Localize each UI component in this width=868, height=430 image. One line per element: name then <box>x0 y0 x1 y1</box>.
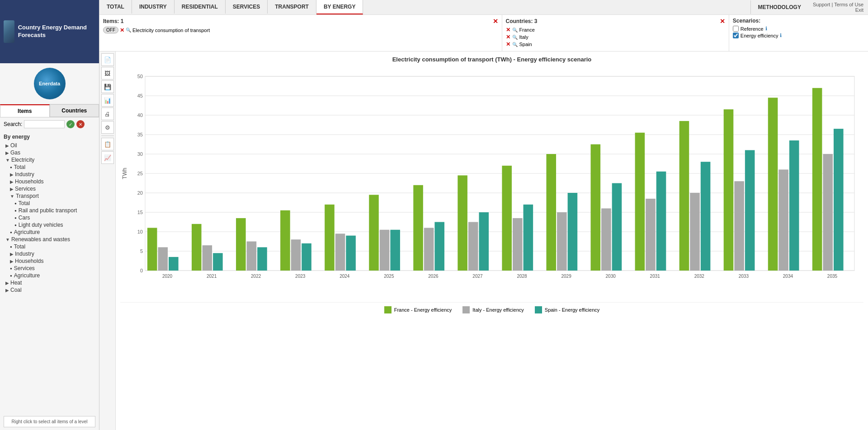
nav-btn-residential[interactable]: RESIDENTIAL <box>175 0 226 14</box>
country-label: Spain <box>519 42 532 47</box>
nav-btn-by-energy[interactable]: BY ENERGY <box>316 0 363 14</box>
tree-item[interactable]: ●Agriculture <box>4 229 95 236</box>
svg-rect-46 <box>390 230 400 271</box>
methodology-button[interactable]: METHODOLOGY <box>750 0 808 14</box>
logo-area: Country Energy Demand Forecasts <box>0 0 99 63</box>
exit-link[interactable]: Exit <box>855 7 863 13</box>
country-remove[interactable]: ✕ <box>506 41 510 47</box>
tree-item[interactable]: ▶Gas <box>4 149 95 156</box>
tree-item[interactable]: ▶Coal <box>4 286 95 294</box>
svg-rect-29 <box>203 245 212 271</box>
svg-rect-56 <box>502 166 512 271</box>
scenario-checkbox[interactable] <box>733 33 739 38</box>
svg-rect-72 <box>679 121 689 271</box>
tab-items[interactable]: Items <box>0 104 50 117</box>
tree-item[interactable]: ▼Transport <box>4 192 95 200</box>
scenario-info-icon[interactable]: ℹ <box>765 26 767 32</box>
tree-item-label: Cars <box>19 215 30 221</box>
toolbar-settings-icon[interactable]: ⚙ <box>101 121 114 134</box>
item-tag-label: Electricity consumption of transport <box>132 28 210 33</box>
tree-item[interactable]: ●Total <box>4 243 95 250</box>
tree-item[interactable]: ●Light duty vehicles <box>4 221 95 229</box>
svg-text:20: 20 <box>137 190 143 196</box>
items-filter-tags: OFF ✕ 🔍 Electricity consumption of trans… <box>103 27 498 33</box>
toolbar-page-icon[interactable]: 📄 <box>101 53 114 66</box>
svg-rect-60 <box>546 154 556 271</box>
svg-text:5: 5 <box>140 248 143 254</box>
search-input[interactable] <box>24 120 65 128</box>
nav-btn-services[interactable]: SERVICES <box>226 0 268 14</box>
country-remove[interactable]: ✕ <box>506 34 510 40</box>
countries-filter-title: Countries: 3 <box>506 18 538 24</box>
enerdata-logo-text: Enerdata <box>39 81 60 86</box>
toolbar-chart-icon[interactable]: 📈 <box>101 151 114 164</box>
svg-rect-80 <box>768 98 778 271</box>
nav-btn-transport[interactable]: TRANSPORT <box>268 0 316 14</box>
tree-item[interactable]: ●Cars <box>4 214 95 221</box>
tree-arrow-icon: ▶ <box>10 172 14 177</box>
toolbar-table-icon[interactable]: 📊 <box>101 94 114 107</box>
tree-item-label: Industry <box>15 251 34 257</box>
toggle-off-button[interactable]: OFF <box>103 27 118 33</box>
tree-item-label: Oil <box>10 142 17 149</box>
svg-rect-49 <box>424 228 434 271</box>
countries-filter-close[interactable]: ✕ <box>720 18 725 25</box>
item-remove-button[interactable]: ✕ <box>120 27 124 33</box>
toolbar-save-icon[interactable]: 💾 <box>101 80 114 93</box>
search-clear-button[interactable]: ✕ <box>76 120 85 128</box>
search-ok-button[interactable]: ✓ <box>66 120 75 128</box>
tree-item[interactable]: ▶Services <box>4 185 95 192</box>
tab-countries[interactable]: Countries <box>50 104 99 117</box>
scenario-info-icon[interactable]: ℹ <box>780 33 782 38</box>
svg-text:2032: 2032 <box>694 274 705 279</box>
tree-arrow-icon: ▼ <box>5 158 10 163</box>
items-filter-close[interactable]: ✕ <box>493 18 498 25</box>
svg-rect-85 <box>823 154 833 271</box>
tree-item[interactable]: ●Agriculture <box>4 272 95 279</box>
tree-item[interactable]: ●Rail and public transport <box>4 207 95 214</box>
toolbar-print-icon[interactable]: 🖨 <box>101 108 114 120</box>
svg-rect-81 <box>778 169 788 271</box>
tree-item[interactable]: ●Total <box>4 200 95 207</box>
svg-rect-28 <box>192 224 202 271</box>
tree-item[interactable]: ▶Households <box>4 257 95 265</box>
tree-item[interactable]: ▶Industry <box>4 250 95 257</box>
tree-item[interactable]: ▼Renewables and wastes <box>4 236 95 243</box>
svg-rect-32 <box>236 218 246 271</box>
scenario-checkbox[interactable] <box>733 26 739 32</box>
svg-text:2020: 2020 <box>162 274 173 279</box>
support-link[interactable]: Support <box>813 2 830 7</box>
nav-btn-total[interactable]: TOTAL <box>99 0 132 14</box>
items-filter: Items: 1 ✕ OFF ✕ 🔍 Electricity consumpti… <box>99 15 502 51</box>
tree-item[interactable]: ▶Industry <box>4 171 95 178</box>
tree-item-label: Light duty vehicles <box>19 222 63 228</box>
chart-svg: 05101520253035404550TWh20202021202220232… <box>120 67 863 302</box>
tree-item[interactable]: ▼Electricity <box>4 156 95 164</box>
legend-color-box <box>384 306 392 313</box>
countries-filter: Countries: 3 ✕ ✕🔍France✕🔍Italy✕🔍Spain <box>502 15 729 51</box>
support-links: Support | Terms of Use Exit <box>808 0 868 14</box>
countries-filter-header: Countries: 3 ✕ <box>506 18 725 25</box>
tree-item[interactable]: ▶Oil <box>4 142 95 149</box>
tree-arrow-icon: ▶ <box>5 150 9 155</box>
tree-item[interactable]: ▶Households <box>4 178 95 185</box>
svg-rect-78 <box>745 150 755 271</box>
tree-item[interactable]: ●Services <box>4 265 95 272</box>
svg-rect-42 <box>346 236 356 271</box>
toolbar-image-icon[interactable]: 🖼 <box>101 67 114 79</box>
toolbar-separator <box>101 136 114 136</box>
country-remove[interactable]: ✕ <box>506 27 510 33</box>
terms-link[interactable]: Terms of Use <box>834 2 863 7</box>
svg-rect-57 <box>513 218 523 271</box>
toolbar-data-icon[interactable]: 📋 <box>101 138 114 150</box>
svg-text:2033: 2033 <box>739 274 749 279</box>
tree-item[interactable]: ▶Heat <box>4 279 95 286</box>
scenarios-filter: Scenarios: Reference ℹEnergy efficiency … <box>729 15 868 51</box>
chart-wrapper: Electricity consumption of transport (TW… <box>116 51 868 430</box>
legend-item: Italy - Energy efficiency <box>462 306 524 313</box>
tree-item[interactable]: ●Total <box>4 164 95 171</box>
tree-arrow-icon: ▶ <box>5 288 9 293</box>
tree-item-label: Transport <box>16 193 39 199</box>
nav-btn-industry[interactable]: INDUSTRY <box>132 0 175 14</box>
tree-bullet-icon: ● <box>14 209 17 213</box>
